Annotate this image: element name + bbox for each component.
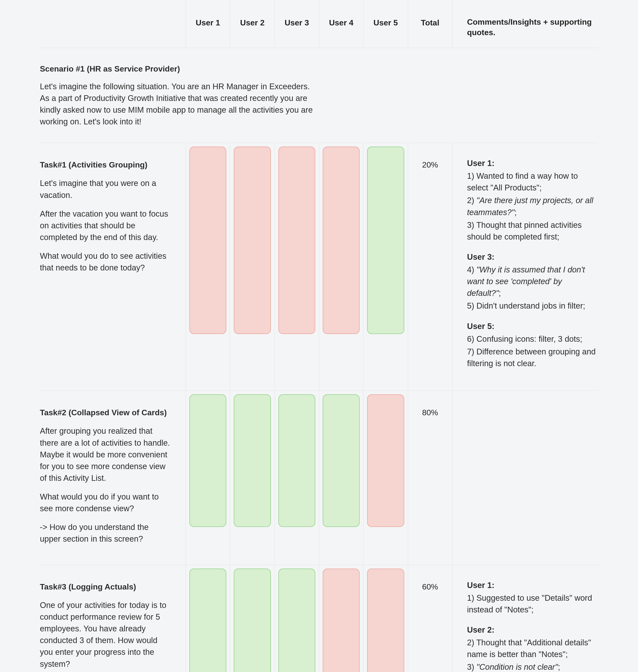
result-block (279, 569, 315, 672)
result-block (189, 147, 226, 334)
result-block (367, 394, 404, 527)
col-user4-header: User 4 (319, 0, 363, 48)
comment-user-label: User 3: (467, 251, 598, 263)
comment-user-label: User 1: (467, 579, 598, 591)
comment-block: User 1:1) Wanted to find a way how to se… (467, 157, 598, 243)
comments-cell (452, 391, 598, 565)
usability-report: User 1 User 2 User 3 User 4 User 5 Total… (0, 0, 638, 672)
total-cell: 20% (408, 143, 452, 391)
task-para: -> How do you understand the upper secti… (40, 521, 170, 545)
task-cell: Task#1 (Activities Grouping) Let's imagi… (40, 143, 186, 391)
result-cell-user3 (275, 143, 319, 391)
result-cell-user3 (275, 565, 319, 672)
scenario-description: Let's imagine the following situation. Y… (40, 81, 314, 128)
table-row: Task#3 (Logging Actuals) One of your act… (40, 565, 598, 672)
col-user5-header: User 5 (363, 0, 408, 48)
col-task-header (40, 0, 186, 48)
comment-block: User 5:6) Confusing icons: filter, 3 dot… (467, 321, 598, 370)
col-user3-header: User 3 (275, 0, 319, 48)
comments-cell: User 1:1) Wanted to find a way how to se… (452, 143, 598, 391)
task-title: Task#2 (Collapsed View of Cards) (40, 407, 170, 418)
result-cell-user2 (230, 143, 274, 391)
total-cell: 60% (408, 565, 452, 672)
result-cell-user1 (186, 565, 230, 672)
result-cell-user2 (230, 565, 274, 672)
comment-user-label: User 1: (467, 157, 598, 169)
task-para: After the vacation you want to focus on … (40, 208, 170, 243)
scenario-row: Scenario #1 (HR as Service Provider) Let… (40, 48, 598, 143)
result-block (323, 394, 359, 527)
result-block (367, 147, 404, 334)
result-block (323, 147, 359, 334)
table-header: User 1 User 2 User 3 User 4 User 5 Total… (40, 0, 598, 48)
comment-block: User 1:1) Suggested to use "Details" wor… (467, 579, 598, 616)
result-block (189, 569, 226, 672)
total-cell: 80% (408, 391, 452, 565)
result-cell-user4 (319, 391, 363, 565)
result-cell-user1 (186, 143, 230, 391)
result-block (189, 394, 226, 527)
col-comments-header: Comments/Insights + supporting quotes. (452, 0, 598, 48)
task-para: One of your activities for today is to c… (40, 600, 170, 670)
result-cell-user3 (275, 391, 319, 565)
comment-line: 4) "Why it is assumed that I don't want … (467, 264, 598, 299)
comment-block: User 2:2) Thought that "Additional detai… (467, 624, 598, 672)
comment-user-label: User 2: (467, 624, 598, 636)
result-cell-user2 (230, 391, 274, 565)
scenario-title: Scenario #1 (HR as Service Provider) (40, 63, 598, 74)
comment-line: 6) Confusing icons: filter, 3 dots; (467, 333, 598, 345)
comments-cell: User 1:1) Suggested to use "Details" wor… (452, 565, 598, 672)
task-cell: Task#2 (Collapsed View of Cards) After g… (40, 391, 186, 565)
comment-line: 1) Wanted to find a way how to select "A… (467, 170, 598, 194)
comment-line: 3) "Condition is not clear"; (467, 661, 598, 672)
task-para: Let's imagine that you were on a vacatio… (40, 178, 170, 201)
result-block (279, 147, 315, 334)
result-block (367, 569, 404, 672)
task-para: What would you do if you want to see mor… (40, 491, 170, 515)
table-row: Task#2 (Collapsed View of Cards) After g… (40, 391, 598, 565)
comment-user-label: User 5: (467, 321, 598, 332)
result-cell-user5 (363, 565, 408, 672)
result-cell-user4 (319, 565, 363, 672)
task-title: Task#3 (Logging Actuals) (40, 581, 170, 592)
result-cell-user4 (319, 143, 363, 391)
task-para: After grouping you realized that there a… (40, 425, 170, 484)
result-cell-user5 (363, 143, 408, 391)
comment-line: 2) "Are there just my projects, or all t… (467, 195, 598, 218)
col-user1-header: User 1 (186, 0, 230, 48)
result-block (279, 394, 315, 527)
result-cell-user1 (186, 391, 230, 565)
col-total-header: Total (408, 0, 452, 48)
comment-line: 7) Difference between grouping and filte… (467, 346, 598, 369)
comment-line: 5) Didn't understand jobs in filter; (467, 300, 598, 312)
task-title: Task#1 (Activities Grouping) (40, 159, 170, 170)
task-para: What would you do to see activities that… (40, 250, 170, 274)
comment-line: 3) Thought that pinned activities should… (467, 219, 598, 243)
result-block (323, 569, 359, 672)
comment-block: User 3:4) "Why it is assumed that I don'… (467, 251, 598, 312)
comment-line: 1) Suggested to use "Details" word inste… (467, 592, 598, 616)
task-cell: Task#3 (Logging Actuals) One of your act… (40, 565, 186, 672)
comment-line: 2) Thought that "Additional details" nam… (467, 637, 598, 660)
result-cell-user5 (363, 391, 408, 565)
result-block (234, 569, 271, 672)
result-block (234, 147, 271, 334)
table-row: Task#1 (Activities Grouping) Let's imagi… (40, 143, 598, 391)
result-block (234, 394, 271, 527)
results-table: User 1 User 2 User 3 User 4 User 5 Total… (40, 0, 598, 672)
col-user2-header: User 2 (230, 0, 274, 48)
